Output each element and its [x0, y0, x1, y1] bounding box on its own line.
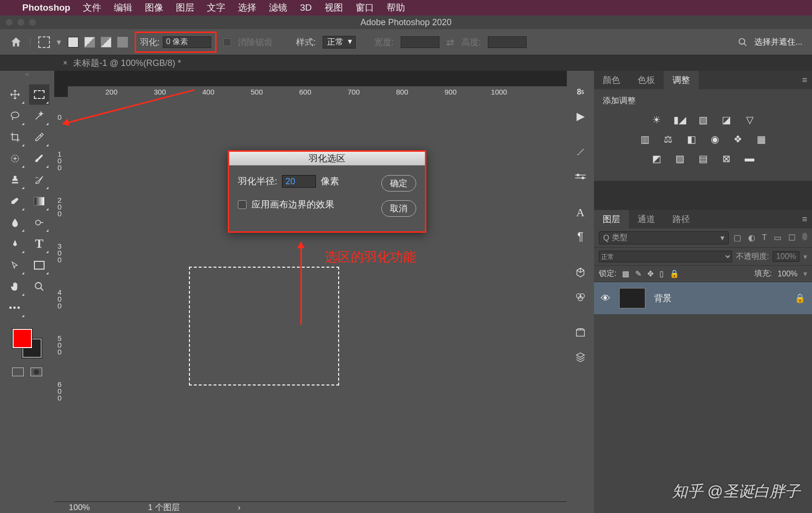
layer-kind-filter[interactable]: Q 类型 ▾ [599, 231, 729, 244]
play-icon[interactable]: ▶ [571, 106, 590, 127]
adj-levels-icon[interactable]: ▮◢ [673, 114, 687, 126]
feather-input[interactable] [163, 36, 211, 48]
home-icon[interactable] [10, 36, 22, 48]
menu-view[interactable]: 视图 [325, 1, 343, 14]
blend-mode-select[interactable]: 正常 [599, 251, 732, 262]
gradient-tool[interactable] [29, 191, 49, 211]
menu-select[interactable]: 选择 [238, 1, 256, 14]
search-icon[interactable] [738, 37, 748, 47]
fill-value[interactable]: 100% [778, 270, 797, 278]
type-tool[interactable]: T [29, 234, 49, 254]
color-swatch[interactable] [13, 329, 42, 358]
standard-mode-icon[interactable] [12, 368, 24, 376]
history-brush-tool[interactable] [29, 170, 49, 190]
zoom-level[interactable]: 100% [69, 503, 90, 513]
adj-colorbalance-icon[interactable]: ⚖ [661, 133, 675, 145]
adj-selectivecolor-icon[interactable]: ⊠ [719, 153, 733, 164]
traffic-lights[interactable] [6, 19, 36, 26]
adj-gradientmap-icon[interactable]: ▬ [743, 153, 756, 164]
adj-exposure-icon[interactable]: ◪ [719, 114, 733, 126]
layer-thumbnail[interactable] [619, 288, 645, 308]
stamp-tool[interactable] [5, 170, 25, 190]
menu-layer[interactable]: 图层 [176, 1, 194, 14]
panel-icon-85[interactable]: 85 [571, 81, 590, 103]
eyedropper-tool[interactable] [29, 127, 49, 147]
toolbar-collapse-icon[interactable]: ‹‹ [0, 71, 54, 79]
3d-icon[interactable] [571, 262, 590, 283]
character-icon[interactable]: A [571, 202, 590, 223]
adj-threshold-icon[interactable]: ▤ [696, 153, 710, 164]
menu-type[interactable]: 文字 [207, 1, 225, 14]
ok-button[interactable]: 确定 [381, 175, 416, 192]
adj-hue-icon[interactable]: ▥ [638, 133, 652, 145]
adj-vibrance-icon[interactable]: ▽ [743, 114, 756, 126]
style-select[interactable]: 正常 ▾ [323, 36, 356, 48]
marquee-tool[interactable] [29, 84, 49, 105]
sel-add-icon[interactable] [84, 37, 95, 48]
marquee-selection[interactable] [189, 267, 339, 385]
crop-tool[interactable] [5, 127, 25, 147]
app-name[interactable]: Photoshop [22, 2, 70, 13]
adj-photofilter-icon[interactable]: ◉ [708, 133, 721, 145]
lock-image-icon[interactable]: ✎ [635, 269, 641, 278]
paragraph-icon[interactable]: ¶ [571, 226, 590, 247]
filter-pixel-icon[interactable]: ▢ [734, 233, 741, 243]
filter-shape-icon[interactable]: ▭ [774, 233, 781, 243]
sel-int-icon[interactable] [117, 37, 128, 48]
layer-lock-icon[interactable]: 🔒 [795, 293, 805, 304]
path-select-tool[interactable] [5, 255, 25, 275]
layers-menu-icon[interactable]: ≡ [802, 214, 807, 224]
lock-artboard-icon[interactable]: ▯ [659, 269, 664, 278]
tab-paths[interactable]: 路径 [664, 210, 699, 228]
tab-swatches[interactable]: 色板 [629, 71, 664, 89]
adj-bw-icon[interactable]: ◧ [685, 133, 698, 145]
adj-posterize-icon[interactable]: ▨ [673, 153, 687, 164]
lock-trans-icon[interactable]: ▩ [622, 269, 629, 278]
ruler-vertical[interactable]: 0100200300400500600 [54, 97, 68, 501]
healing-brush-tool[interactable] [5, 148, 25, 169]
tab-channels[interactable]: 通道 [629, 210, 664, 228]
layers-icon[interactable] [571, 346, 590, 368]
menu-image[interactable]: 图像 [145, 1, 163, 14]
pen-tool[interactable] [5, 234, 25, 254]
ruler-horizontal[interactable]: 2003004005006007008009001000 [68, 86, 567, 97]
panel-menu-icon[interactable]: ≡ [802, 75, 807, 85]
move-tool[interactable] [5, 84, 25, 105]
brush-settings-icon[interactable] [571, 166, 590, 187]
hand-tool[interactable] [5, 276, 25, 297]
tab-adjustments[interactable]: 调整 [664, 71, 699, 89]
tab-close-icon[interactable]: × [63, 59, 67, 67]
layer-visibility-icon[interactable]: 👁 [601, 293, 610, 304]
menu-help[interactable]: 帮助 [387, 1, 405, 14]
filter-smart-icon[interactable]: ☐ [788, 233, 796, 243]
quickmask-mode-icon[interactable] [31, 368, 42, 376]
menu-filter[interactable]: 滤镜 [269, 1, 287, 14]
brushes-icon[interactable] [571, 142, 590, 163]
menu-edit[interactable]: 编辑 [114, 1, 132, 14]
brush-tool[interactable] [29, 148, 49, 169]
adj-colorlookup-icon[interactable]: ▦ [754, 133, 768, 145]
rectangle-tool[interactable] [29, 255, 49, 275]
document-tab[interactable]: 未标题-1 @ 100%(RGB/8) * [73, 57, 181, 69]
mask-modes[interactable] [12, 368, 42, 376]
menu-window[interactable]: 窗口 [356, 1, 374, 14]
layer-name[interactable]: 背景 [654, 292, 671, 304]
filter-toggle-icon[interactable] [802, 233, 807, 240]
materials-icon[interactable] [571, 286, 590, 307]
dodge-tool[interactable] [29, 212, 49, 233]
blur-tool[interactable] [5, 212, 25, 233]
sel-new-icon[interactable] [68, 37, 78, 48]
apply-canvas-checkbox[interactable] [238, 200, 247, 209]
layer-background[interactable]: 👁 背景 🔒 [594, 282, 812, 314]
filter-type-icon[interactable]: T [762, 233, 767, 243]
filter-adjust-icon[interactable]: ◐ [748, 233, 755, 243]
tab-layers[interactable]: 图层 [594, 210, 629, 228]
libraries-icon[interactable] [571, 322, 590, 343]
doc-info[interactable]: 1 个图层 [148, 502, 179, 513]
cancel-button[interactable]: 取消 [381, 200, 416, 217]
lasso-tool[interactable] [5, 106, 25, 126]
eraser-tool[interactable] [5, 191, 25, 211]
foreground-color[interactable] [13, 329, 32, 348]
select-and-mask-button[interactable]: 选择并遮住... [754, 36, 802, 48]
lock-all-icon[interactable]: 🔒 [670, 269, 679, 278]
